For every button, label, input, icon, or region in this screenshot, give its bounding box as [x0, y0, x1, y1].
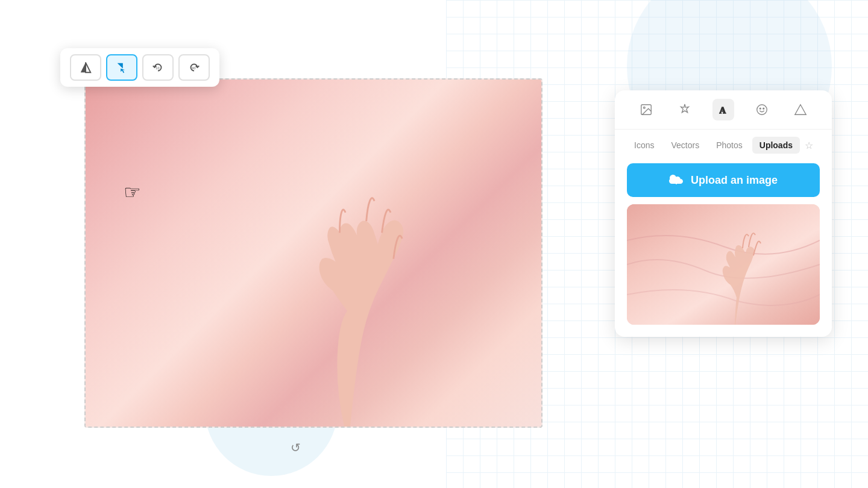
panel-icon-text[interactable]: A — [712, 99, 734, 120]
tab-vectors[interactable]: Vectors — [664, 137, 706, 154]
svg-point-11 — [763, 108, 764, 109]
panel-tabs: Icons Vectors Photos Uploads ☆ — [615, 130, 832, 154]
image-frame[interactable] — [84, 78, 542, 428]
panel-toolbar: A — [615, 90, 832, 130]
svg-rect-14 — [627, 204, 820, 325]
right-panel: A Icons Vectors Photos Uploads ☆ — [615, 90, 832, 337]
canvas-area: 10 90 ☞ — [60, 60, 530, 434]
crop-position-button[interactable] — [106, 54, 137, 81]
flip-button[interactable] — [70, 54, 101, 81]
svg-text:A: A — [720, 105, 726, 115]
svg-marker-12 — [795, 105, 806, 115]
star-icon[interactable]: ☆ — [805, 140, 813, 151]
svg-text:10: 10 — [156, 66, 159, 70]
svg-text:90: 90 — [192, 66, 195, 70]
thumbnail-image[interactable] — [627, 204, 820, 325]
svg-point-7 — [643, 107, 645, 108]
image-toolbar: 10 90 — [60, 48, 219, 87]
panel-icon-effects[interactable] — [674, 99, 696, 120]
canvas-image — [86, 80, 541, 427]
upload-button-label: Upload an image — [691, 174, 778, 187]
tab-photos[interactable]: Photos — [709, 137, 750, 154]
rotate-left-button[interactable]: 10 — [142, 54, 174, 81]
svg-marker-3 — [118, 63, 123, 69]
panel-icon-emoji[interactable] — [751, 99, 773, 120]
svg-marker-0 — [81, 63, 86, 73]
tab-uploads[interactable]: Uploads — [752, 137, 800, 154]
tab-icons[interactable]: Icons — [627, 137, 661, 154]
svg-point-10 — [760, 108, 761, 109]
panel-icon-image[interactable] — [635, 99, 657, 120]
upload-button[interactable]: Upload an image — [627, 163, 820, 197]
rotate-handle[interactable]: ↺ — [288, 440, 303, 455]
panel-icon-shapes[interactable] — [790, 99, 811, 120]
rotate-right-button[interactable]: 90 — [178, 54, 210, 81]
svg-marker-1 — [86, 63, 90, 73]
svg-point-9 — [757, 105, 767, 115]
